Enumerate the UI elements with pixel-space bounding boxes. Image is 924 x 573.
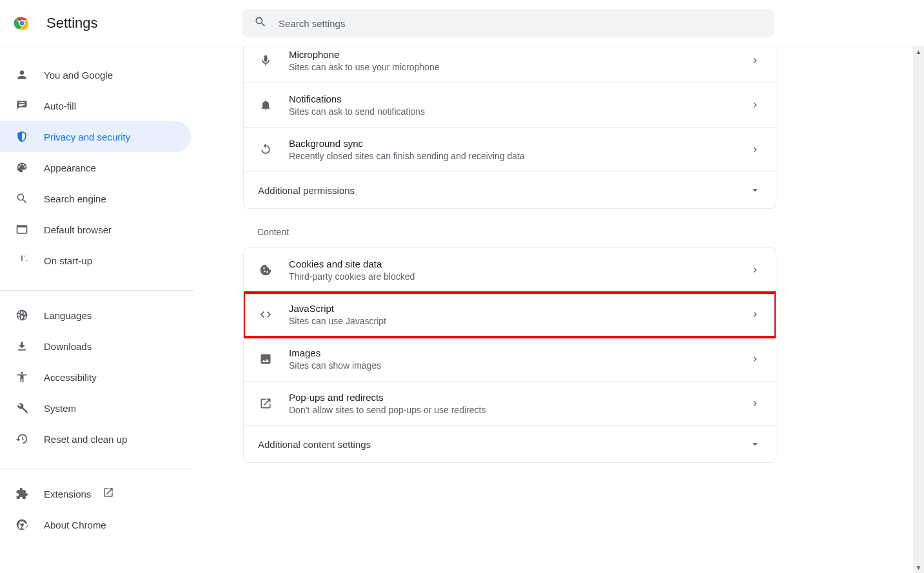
chevron-down-icon <box>749 184 762 197</box>
row-notifications[interactable]: Notifications Sites can ask to send noti… <box>244 83 776 128</box>
download-icon <box>15 340 28 353</box>
sidebar-item-label: System <box>44 403 76 414</box>
page-title: Settings <box>46 15 98 32</box>
sidebar-item-label: Extensions <box>44 489 91 500</box>
content-heading: Content <box>243 227 776 248</box>
sidebar-item-extensions[interactable]: Extensions <box>0 478 191 509</box>
wrench-icon <box>15 402 28 414</box>
sidebar-item-autofill[interactable]: Auto-fill <box>0 90 191 121</box>
sidebar-item-label: Auto-fill <box>44 101 76 112</box>
row-additional-permissions[interactable]: Additional permissions <box>244 172 776 208</box>
row-title: Notifications <box>289 93 749 104</box>
settings-sidebar: You and Google Auto-fill Privacy and sec… <box>0 46 193 573</box>
content-card: Cookies and site data Third-party cookie… <box>243 248 776 463</box>
launch-icon <box>103 487 114 501</box>
image-icon <box>258 353 273 365</box>
person-icon <box>15 68 28 81</box>
accessibility-icon <box>15 371 28 384</box>
chevron-right-icon <box>749 144 762 155</box>
row-title: Images <box>289 347 749 358</box>
sidebar-item-downloads[interactable]: Downloads <box>0 331 191 362</box>
row-sub: Sites can show images <box>289 360 749 371</box>
row-sub: Don't allow sites to send pop-ups or use… <box>289 405 749 415</box>
bell-icon <box>258 99 273 112</box>
sidebar-item-label: About Chrome <box>44 520 106 530</box>
sidebar-item-label: Accessibility <box>44 372 97 383</box>
row-title: JavaScript <box>289 303 749 314</box>
sidebar-divider <box>0 469 193 469</box>
chevron-right-icon <box>749 55 762 66</box>
shield-icon <box>15 130 28 143</box>
sidebar-item-label: Reset and clean up <box>44 434 127 445</box>
browser-icon <box>15 223 28 236</box>
row-images[interactable]: Images Sites can show images <box>244 337 776 382</box>
row-title: Additional content settings <box>258 439 749 450</box>
sidebar-item-on-startup[interactable]: On start-up <box>0 245 191 276</box>
main-content: Microphone Sites can ask to use your mic… <box>193 46 924 573</box>
scroll-down-icon[interactable]: ▼ <box>916 562 922 573</box>
extension-icon <box>15 487 28 500</box>
search-icon <box>254 15 267 31</box>
sidebar-item-label: Languages <box>44 310 92 321</box>
chevron-right-icon <box>749 354 762 364</box>
sidebar-item-label: Appearance <box>44 162 96 173</box>
sidebar-item-label: Default browser <box>44 224 112 235</box>
sidebar-item-languages[interactable]: Languages <box>0 300 191 331</box>
row-background-sync[interactable]: Background sync Recently closed sites ca… <box>244 128 776 172</box>
sidebar-item-label: Privacy and security <box>44 131 130 142</box>
scroll-up-icon[interactable]: ▲ <box>916 46 922 57</box>
sidebar-item-appearance[interactable]: Appearance <box>0 152 191 183</box>
row-title: Additional permissions <box>258 185 749 196</box>
mic-icon <box>258 54 273 67</box>
globe-icon <box>15 309 28 322</box>
autofill-icon <box>15 99 28 112</box>
row-cookies[interactable]: Cookies and site data Third-party cookie… <box>244 248 776 293</box>
sidebar-item-system[interactable]: System <box>0 393 191 423</box>
sidebar-item-about-chrome[interactable]: About Chrome <box>0 509 191 540</box>
sidebar-item-default-browser[interactable]: Default browser <box>0 214 191 245</box>
sidebar-divider <box>0 290 193 291</box>
chevron-right-icon <box>749 265 762 275</box>
restore-icon <box>15 432 28 445</box>
chevron-right-icon <box>749 309 762 320</box>
row-sub: Sites can ask to use your microphone <box>289 62 749 72</box>
search-icon <box>15 192 28 205</box>
row-title: Background sync <box>289 138 749 149</box>
row-title: Microphone <box>289 49 749 60</box>
sidebar-item-label: Downloads <box>44 341 92 352</box>
sidebar-item-label: You and Google <box>44 70 113 81</box>
sidebar-item-reset[interactable]: Reset and clean up <box>0 423 191 454</box>
scrollbar[interactable]: ▲ ▼ <box>913 46 924 573</box>
chevron-down-icon <box>749 438 762 451</box>
sidebar-item-privacy[interactable]: Privacy and security <box>0 121 191 152</box>
row-sub: Sites can use Javascript <box>289 316 749 326</box>
permissions-card: Microphone Sites can ask to use your mic… <box>243 46 776 209</box>
sidebar-item-search-engine[interactable]: Search engine <box>0 183 191 214</box>
launch-icon <box>258 397 273 410</box>
search-container[interactable] <box>242 9 774 37</box>
chrome-icon <box>15 518 28 531</box>
palette-icon <box>15 161 28 174</box>
chevron-right-icon <box>749 100 762 110</box>
sync-icon <box>258 143 273 156</box>
sidebar-item-accessibility[interactable]: Accessibility <box>0 362 191 393</box>
row-sub: Recently closed sites can finish sending… <box>289 151 749 161</box>
row-additional-content[interactable]: Additional content settings <box>244 426 776 462</box>
app-header: Settings <box>0 0 924 46</box>
cookie-icon <box>258 264 273 277</box>
row-sub: Third-party cookies are blocked <box>289 271 749 282</box>
search-input[interactable] <box>279 18 774 29</box>
sidebar-item-you-and-google[interactable]: You and Google <box>0 59 191 90</box>
row-title: Pop-ups and redirects <box>289 392 749 403</box>
row-microphone[interactable]: Microphone Sites can ask to use your mic… <box>244 46 776 83</box>
row-title: Cookies and site data <box>289 258 749 269</box>
sidebar-item-label: On start-up <box>44 255 92 266</box>
row-sub: Sites can ask to send notifications <box>289 106 749 117</box>
row-javascript[interactable]: JavaScript Sites can use Javascript <box>244 293 776 337</box>
chevron-right-icon <box>749 398 762 409</box>
chrome-logo-icon <box>13 14 31 32</box>
row-popups[interactable]: Pop-ups and redirects Don't allow sites … <box>244 382 776 426</box>
power-icon <box>15 254 28 267</box>
sidebar-item-label: Search engine <box>44 193 106 204</box>
code-icon <box>258 308 273 321</box>
